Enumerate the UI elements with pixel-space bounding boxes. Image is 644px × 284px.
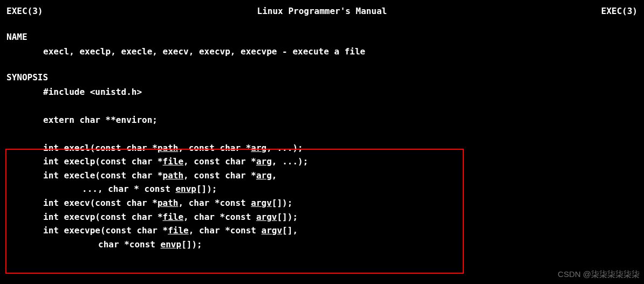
synopsis-extern: extern char **environ;: [6, 113, 638, 127]
func-execv: int execv(const char *path, char *const …: [6, 196, 638, 210]
header-center: Linux Programmer's Manual: [257, 4, 387, 18]
func-execvp: int execvp(const char *file, char *const…: [6, 210, 638, 224]
section-name-content: execl, execlp, execle, execv, execvp, ex…: [6, 45, 638, 59]
watermark: CSDN @柒柒柒柒柒柒: [558, 268, 640, 281]
func-execvpe-line1: int execvpe(const char *file, char *cons…: [6, 224, 638, 238]
header-right: EXEC(3): [601, 4, 638, 18]
blank-line: [6, 99, 638, 113]
manpage-header: EXEC(3) Linux Programmer's Manual EXEC(3…: [6, 4, 638, 18]
func-execlp: int execlp(const char *file, const char …: [6, 155, 638, 169]
func-execl: int execl(const char *path, const char *…: [6, 141, 638, 155]
blank-line: [6, 127, 638, 141]
header-left: EXEC(3): [6, 4, 43, 18]
func-execvpe-line2: char *const envp[]);: [6, 238, 638, 252]
func-execle-line2: ..., char * const envp[]);: [6, 182, 638, 196]
section-name-title: NAME: [6, 30, 638, 44]
section-synopsis-title: SYNOPSIS: [6, 71, 638, 85]
synopsis-include: #include <unistd.h>: [6, 85, 638, 99]
func-execle-line1: int execle(const char *path, const char …: [6, 169, 638, 183]
